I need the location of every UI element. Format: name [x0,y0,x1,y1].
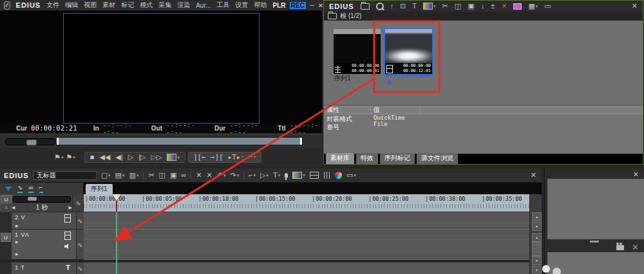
menu-view[interactable]: 视图 [84,1,97,10]
new-folder-button[interactable] [361,3,370,10]
add-cut-point-button[interactable]: ⌐▾ [249,172,256,179]
plr-mode-button[interactable]: PLR [273,2,286,9]
chevron-down-icon[interactable]: ▾ [61,155,64,160]
menu-render[interactable]: 渲染 [177,1,190,10]
track-lane-1t[interactable] [84,262,529,274]
menu-capture[interactable]: 采集 [158,1,171,10]
view-mode-button[interactable]: ▦▾ [528,3,538,10]
monitor-output-button[interactable]: ▾ [167,154,180,161]
value-column-header[interactable]: 值 [371,105,421,114]
playhead[interactable] [112,194,121,201]
group-mode-button[interactable]: ∞ [28,185,33,193]
paste-button[interactable]: ▣ [170,172,176,179]
stop-button[interactable]: ■ [90,154,95,161]
expand-track-icon[interactable]: ▶ [15,251,19,256]
menu-marker[interactable]: 标记 [121,1,134,10]
menu-clip[interactable]: 素材 [102,1,115,10]
menu-settings[interactable]: 设置 [236,1,249,10]
overwrite-button[interactable]: ⌐▾ [249,154,256,161]
track-a-button[interactable]: A [1,203,12,212]
clip-label[interactable]: 科幻唯美白色线条 [385,74,432,82]
close-button[interactable]: ✕ [318,2,323,9]
title-tool-button[interactable]: T▾ [273,172,280,179]
set-in-button[interactable]: ⚑▾ [54,154,63,161]
cut-button[interactable]: ✂ [442,3,448,10]
color-correction-button[interactable] [335,172,342,179]
cut-button[interactable]: ✂ [148,172,154,179]
clip-label[interactable]: 序列1 [334,74,381,82]
undo-button[interactable]: ↶▾ [217,172,226,179]
clip-thumbnail[interactable]: 00:00:00:00 00:00:12:01 [385,34,432,74]
menu-mode[interactable]: 模式 [140,1,153,10]
sync-lock-header[interactable]: ∿ [72,194,84,212]
minimize-button[interactable]: ─ [310,2,314,9]
copy-button[interactable]: ◫ [455,3,461,10]
copy-button[interactable]: ◫ [159,172,166,179]
create-title-button[interactable]: T [412,3,417,10]
tab-bin[interactable]: 素材库 [326,153,354,164]
voice-over-button[interactable] [285,173,288,178]
chevron-down-icon[interactable]: ▾ [73,155,75,160]
expand-track-icon[interactable]: ▶ [15,223,19,228]
project-name-field[interactable]: 无标题 [33,171,97,180]
tab-source-browser[interactable]: 源文件浏览 [417,153,458,164]
redo-button[interactable]: ↷▾ [230,172,239,179]
track-header-2v[interactable]: 2 V ▶ [12,212,76,230]
sync-down-button[interactable]: ↓ [481,3,485,10]
panel-layout-button[interactable]: ▭▾ [346,172,356,179]
track-header-1va[interactable]: 1 VA ▶ ▶ [12,230,76,260]
search-button[interactable] [376,3,384,10]
insert-to-timeline-button[interactable]: ▸T▸▾ [228,154,244,161]
scroll-down-button[interactable]: ▼ [532,222,542,231]
timeline-ruler[interactable]: 00:00:00:00 00:00:05:00 00:00:10:00 00:0… [84,194,529,212]
track-area[interactable] [84,212,529,274]
color-bars-button[interactable]: ▾ [423,3,436,10]
sync-lock-1t[interactable]: ∿ [76,262,84,274]
shuttle-slider[interactable] [5,138,55,145]
clip-card-sequence[interactable]: 00:00:00:00 00:00:00:01 序列1 [334,29,381,82]
expand-track-icon[interactable]: ▶ [15,239,19,244]
sync-lock-1va[interactable]: ∿ [76,230,84,260]
speaker-icon[interactable] [64,244,68,249]
tab-sequence-marker[interactable]: 序列标记 [380,153,415,164]
track-header-1t[interactable]: 1 T T [12,262,76,274]
rec-mode-button[interactable]: REC [290,2,306,9]
table-row[interactable]: 封装格式 QuickTime File [324,114,643,123]
ripple-mode-button[interactable]: ∿ [17,185,23,193]
multicam-button[interactable] [310,172,319,179]
table-row[interactable]: 卷号 [324,123,643,131]
track-u-button[interactable]: U [1,195,12,204]
folder-path-label[interactable]: 根 (1/2) [340,12,361,21]
timeline-close-button[interactable]: ✕ [531,172,542,179]
save-project-button[interactable]: ▥▾ [129,172,138,179]
scroll-down-button[interactable]: ▼ [532,256,542,265]
adjust-button[interactable]: ± [491,3,495,10]
clip-card-video[interactable]: 00:00:00:00 00:00:12:01 科幻唯美白色线条 [385,29,432,82]
selected-track-u-badge[interactable]: U [1,233,11,242]
tab-effects[interactable]: 特效 [356,153,378,164]
play-around-button[interactable]: ▷▾ [260,172,269,179]
delete-button[interactable]: ✕ [501,3,507,10]
bin-close-button[interactable]: ✕ [632,3,643,10]
step-forward-button[interactable]: |▷ [138,154,146,161]
shuttle-handle[interactable] [26,140,37,145]
track-lane-1va[interactable] [84,230,529,260]
add-clip-button[interactable]: ⊡ [400,3,406,10]
delete-gap-button[interactable]: ✕ [206,172,212,179]
sync-mode-button[interactable]: ⌐ [39,185,43,193]
new-sequence-button[interactable]: ▢▾ [101,172,111,179]
menu-help[interactable]: 帮助 [254,1,267,10]
step-back-button[interactable]: ◀| [115,154,122,161]
position-bar[interactable] [56,137,303,145]
scrollbar-thumb[interactable] [532,242,542,256]
palette-close-button[interactable]: ✕ [633,171,639,178]
edit-out-button[interactable]: →][ [211,154,223,161]
splitter-handle[interactable] [590,241,599,242]
clapper-button[interactable] [513,3,522,10]
insert-mode-button[interactable] [5,187,12,191]
clip-thumbnail[interactable]: 00:00:00:00 00:00:00:01 [334,34,381,74]
scroll-up-button[interactable]: ▲ [532,212,542,221]
track-lane-2v[interactable] [84,212,529,230]
export-button[interactable]: ▾ [292,172,305,179]
play-button[interactable]: ▷ [128,154,133,161]
